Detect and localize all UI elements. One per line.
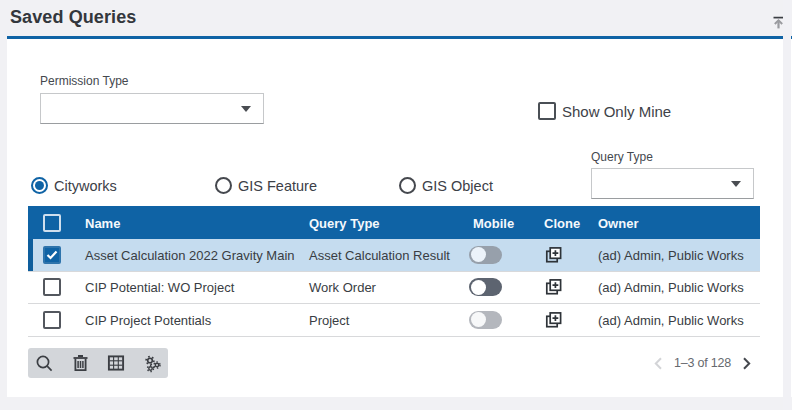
table-header-row: Name Query Type Mobile Clone Owner: [28, 206, 760, 239]
clone-icon: [545, 311, 562, 328]
row-name: CIP Project Potentials: [85, 312, 211, 327]
column-header-name[interactable]: Name: [85, 215, 120, 230]
delete-button[interactable]: [68, 351, 92, 375]
clone-button[interactable]: [545, 311, 562, 328]
show-only-mine-checkbox[interactable]: Show Only Mine: [538, 102, 671, 120]
table-row[interactable]: Asset Calculation 2022 Gravity Main Asse…: [28, 239, 760, 272]
checkbox-box[interactable]: [538, 102, 556, 120]
page-range-label: 1–3 of 128: [674, 356, 731, 370]
table-action-toolbar: [28, 348, 168, 378]
gears-icon: [143, 354, 162, 373]
radio-circle[interactable]: [215, 177, 232, 194]
clone-button[interactable]: [545, 246, 562, 263]
search-icon: [35, 354, 54, 373]
settings-button[interactable]: [140, 351, 164, 375]
row-owner: (ad) Admin, Public Works: [598, 247, 744, 262]
radio-gis-object-label: GIS Object: [422, 178, 493, 194]
mobile-toggle[interactable]: [469, 278, 502, 296]
radio-gis-object[interactable]: GIS Object: [399, 177, 493, 194]
show-only-mine-label: Show Only Mine: [562, 103, 671, 120]
radio-gis-feature-label: GIS Feature: [238, 178, 317, 194]
column-header-clone[interactable]: Clone: [544, 215, 580, 230]
row-name: Asset Calculation 2022 Gravity Main: [85, 247, 295, 262]
scrollbar[interactable]: [783, 0, 791, 410]
radio-cityworks-label: Cityworks: [54, 178, 117, 194]
mobile-toggle[interactable]: [469, 311, 502, 329]
next-page-button[interactable]: [742, 357, 751, 370]
clone-button[interactable]: [545, 279, 562, 296]
saved-queries-table: Name Query Type Mobile Clone Owner Asset…: [28, 206, 760, 337]
clone-icon: [545, 279, 562, 296]
toggle-knob: [471, 312, 486, 327]
row-checkbox[interactable]: [43, 311, 61, 329]
toggle-knob: [471, 280, 486, 295]
column-header-owner[interactable]: Owner: [598, 215, 638, 230]
chevron-down-icon: [241, 106, 251, 112]
previous-page-button[interactable]: [654, 357, 663, 370]
radio-gis-feature[interactable]: GIS Feature: [215, 177, 317, 194]
pagination: 1–3 of 128: [654, 352, 751, 374]
page-title: Saved Queries: [10, 7, 136, 28]
check-icon: [46, 250, 58, 260]
table-grid-icon: [107, 354, 125, 372]
table-columns-button[interactable]: [104, 351, 128, 375]
trash-icon: [72, 354, 89, 372]
mobile-toggle[interactable]: [469, 246, 502, 264]
chevron-right-icon: [742, 357, 751, 370]
radio-cityworks[interactable]: Cityworks: [31, 177, 117, 194]
row-checkbox[interactable]: [43, 246, 61, 264]
table-row[interactable]: CIP Project Potentials Project (ad) Admi…: [28, 304, 760, 337]
column-header-query-type[interactable]: Query Type: [309, 215, 380, 230]
clone-icon: [545, 246, 562, 263]
chevron-down-icon: [731, 181, 741, 187]
permission-type-label: Permission Type: [40, 74, 128, 88]
column-header-mobile[interactable]: Mobile: [473, 215, 514, 230]
permission-type-dropdown[interactable]: [40, 93, 264, 124]
saved-queries-dialog: Saved Queries Permission Type Show Only …: [0, 0, 792, 410]
row-owner: (ad) Admin, Public Works: [598, 312, 744, 327]
row-query-type: Work Order: [309, 280, 376, 295]
row-checkbox[interactable]: [43, 278, 61, 296]
radio-circle[interactable]: [399, 177, 416, 194]
row-query-type: Project: [309, 312, 349, 327]
radio-circle[interactable]: [31, 177, 48, 194]
search-button[interactable]: [32, 351, 56, 375]
table-row[interactable]: CIP Potential: WO Project Work Order (ad…: [28, 272, 760, 305]
query-type-label: Query Type: [591, 150, 653, 164]
toggle-knob: [471, 247, 486, 262]
row-query-type: Asset Calculation Result: [309, 247, 450, 262]
select-all-checkbox[interactable]: [43, 214, 61, 232]
chevron-left-icon: [654, 357, 663, 370]
row-owner: (ad) Admin, Public Works: [598, 280, 744, 295]
row-name: CIP Potential: WO Project: [85, 280, 234, 295]
query-type-dropdown[interactable]: [591, 168, 754, 199]
